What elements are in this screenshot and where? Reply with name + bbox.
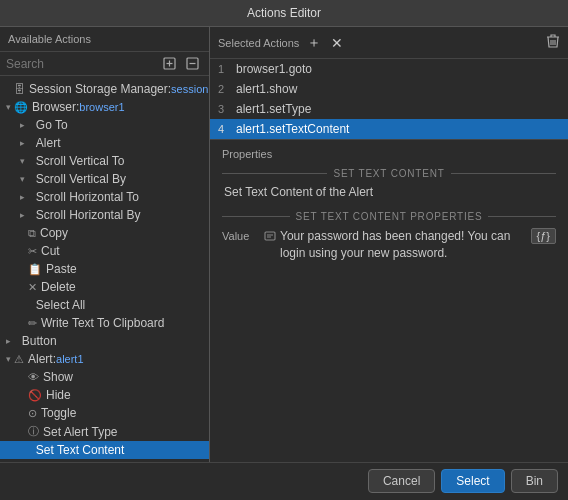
bin-button[interactable]: Bin xyxy=(511,469,558,493)
tree-item-alert-sub[interactable]: ▸•Alert xyxy=(0,134,209,152)
eye-icon: 👁 xyxy=(28,371,39,383)
action-row-4[interactable]: 4alert1.setTextContent xyxy=(210,119,568,139)
tree-item-session-storage[interactable]: ▸🗄Session Storage Manager: session1 xyxy=(0,80,209,98)
tree-item-label: Set Text Content xyxy=(36,443,125,457)
action-label: alert1.setTextContent xyxy=(236,122,349,136)
tree-item-label: Copy xyxy=(40,226,68,240)
db-icon: 🗄 xyxy=(14,83,25,95)
svg-rect-8 xyxy=(265,232,275,240)
tree-item-label: Go To xyxy=(36,118,68,132)
tree-item-label: Scroll Horizontal By xyxy=(36,208,141,222)
tree-item-button[interactable]: ▸•Button xyxy=(0,332,209,350)
tree-item-alert[interactable]: ▾⚠Alert: alert1 xyxy=(0,350,209,368)
action-label: alert1.setType xyxy=(236,102,311,116)
value-fn-button[interactable]: {ƒ} xyxy=(531,228,556,244)
tree-item-label: Scroll Vertical By xyxy=(36,172,126,186)
action-row-3[interactable]: 3alert1.setType xyxy=(210,99,568,119)
tree-item-select-all[interactable]: ▸•Select All xyxy=(0,296,209,314)
tree-item-label: Scroll Vertical To xyxy=(36,154,124,168)
panels: Available Actions ▸🗄Session Storage Mana… xyxy=(0,27,568,462)
tree-item-copy[interactable]: ▸⧉Copy xyxy=(0,224,209,242)
right-panel: Selected Actions ＋ ✕ 1browser1.goto2aler… xyxy=(210,27,568,462)
tree-item-scroll-h-to[interactable]: ▸•Scroll Horizontal To xyxy=(0,188,209,206)
properties-panel: Properties Set Text Content Set Text Con… xyxy=(210,140,568,462)
cancel-button[interactable]: Cancel xyxy=(368,469,435,493)
add-selected-button[interactable]: ＋ xyxy=(305,34,323,52)
tree-item-label: Hide xyxy=(46,388,71,402)
tree-item-label: Toggle xyxy=(41,406,76,420)
left-panel-header: Available Actions xyxy=(0,27,209,52)
tree-item-label: Delete xyxy=(41,280,76,294)
tree-item-delete[interactable]: ▸✕Delete xyxy=(0,278,209,296)
tree-item-label: Show xyxy=(43,370,73,384)
properties-panel-header: Properties xyxy=(222,148,556,160)
tree-item-scroll-v-to[interactable]: ▾•Scroll Vertical To xyxy=(0,152,209,170)
chevron-right-icon: ▸ xyxy=(20,210,25,220)
tree-item-scroll-v-by[interactable]: ▾•Scroll Vertical By xyxy=(0,170,209,188)
x-icon: ✕ xyxy=(28,281,37,294)
tree-item-set-alert-type[interactable]: ▸ⓘSet Alert Type xyxy=(0,422,209,441)
browser-icon: 🌐 xyxy=(14,101,28,114)
tree-item-goto[interactable]: ▸•Go To xyxy=(0,116,209,134)
main-layout: Available Actions ▸🗄Session Storage Mana… xyxy=(0,27,568,499)
right-panel-header: Selected Actions ＋ ✕ xyxy=(210,27,568,59)
select-button[interactable]: Select xyxy=(441,469,504,493)
action-num: 3 xyxy=(218,103,236,115)
tree-item-label: Cut xyxy=(41,244,60,258)
tree-item-label: Alert xyxy=(36,136,61,150)
value-group: Your password has been changed! You can … xyxy=(264,228,556,262)
close-selected-button[interactable]: ✕ xyxy=(329,35,345,51)
chevron-down-icon: ▾ xyxy=(6,102,11,112)
tree-item-badge: session1 xyxy=(171,83,209,95)
bottom-buttons: Cancel Select Bin xyxy=(368,469,558,493)
pencil-icon: ✏ xyxy=(28,317,37,330)
tree-item-label: Paste xyxy=(46,262,77,276)
search-input[interactable] xyxy=(6,57,156,71)
value-label: Value xyxy=(222,228,258,242)
title-bar: Actions Editor xyxy=(0,0,568,27)
search-bar xyxy=(0,52,209,76)
delete-all-button[interactable] xyxy=(546,33,560,52)
add-action-button[interactable] xyxy=(160,56,179,71)
value-text: Your password has been changed! You can … xyxy=(280,228,527,262)
tree-item-label: Set Alert Type xyxy=(43,425,118,439)
selected-actions-label: Selected Actions xyxy=(218,37,299,49)
tree-item-paste[interactable]: ▸📋Paste xyxy=(0,260,209,278)
action-row-1[interactable]: 1browser1.goto xyxy=(210,59,568,79)
tree-item-show[interactable]: ▸👁Show xyxy=(0,368,209,386)
action-row-2[interactable]: 2alert1.show xyxy=(210,79,568,99)
tree-item-browser[interactable]: ▾🌐Browser: browser1 xyxy=(0,98,209,116)
chevron-right-icon: ▸ xyxy=(20,138,25,148)
tree-item-label: Write Text To Clipboard xyxy=(41,316,164,330)
tree-item-label: Button xyxy=(22,334,57,348)
tree-item-hide[interactable]: ▸🚫Hide xyxy=(0,386,209,404)
action-num: 2 xyxy=(218,83,236,95)
action-num: 4 xyxy=(218,123,236,135)
value-type-icon xyxy=(264,230,276,244)
tree-item-write-clipboard[interactable]: ▸✏Write Text To Clipboard xyxy=(0,314,209,332)
tree-item-set-text-content[interactable]: ▸•Set Text Content xyxy=(0,441,209,459)
set-text-content-title: Set Text Content xyxy=(222,168,556,179)
title-text: Actions Editor xyxy=(247,6,321,20)
paste-icon: 📋 xyxy=(28,263,42,276)
tree-item-cut[interactable]: ▸✂Cut xyxy=(0,242,209,260)
tree-item-label: Scroll Horizontal To xyxy=(36,190,139,204)
value-property-row: Value Your password has been changed! Yo… xyxy=(222,228,556,262)
tree-item-toggle[interactable]: ▸⊙Toggle xyxy=(0,404,209,422)
chevron-right-icon: ▸ xyxy=(20,192,25,202)
chevron-down-icon: ▾ xyxy=(20,174,25,184)
remove-action-button[interactable] xyxy=(183,56,202,71)
set-text-content-props-title: Set Text Content Properties xyxy=(222,211,556,222)
tree-item-label: Browser: xyxy=(32,100,79,114)
tree-item-label: Alert: xyxy=(28,352,56,366)
tree-item-label: Session Storage Manager: xyxy=(29,82,171,96)
chevron-down-icon: ▾ xyxy=(20,156,25,166)
tree-item-scroll-h-by[interactable]: ▸•Scroll Horizontal By xyxy=(0,206,209,224)
info-icon: ⓘ xyxy=(28,424,39,439)
bottom-bar: Cancel Select Bin xyxy=(0,462,568,499)
action-num: 1 xyxy=(218,63,236,75)
toggle-icon: ⊙ xyxy=(28,407,37,420)
chevron-right-icon: ▸ xyxy=(6,336,11,346)
left-panel-tree: ▸🗄Session Storage Manager: session1▾🌐Bro… xyxy=(0,76,209,462)
chevron-right-icon: ▸ xyxy=(20,120,25,130)
